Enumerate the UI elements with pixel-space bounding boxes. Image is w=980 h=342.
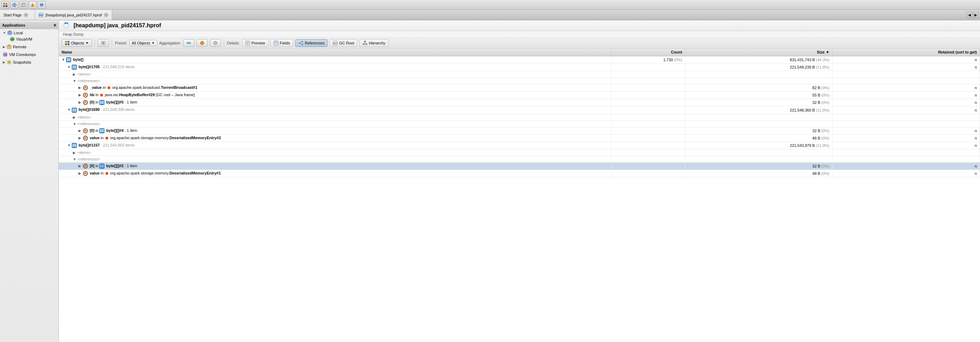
row-count bbox=[611, 149, 685, 156]
hierarchy-icon bbox=[363, 41, 368, 46]
svg-rect-27 bbox=[65, 43, 67, 45]
table-row[interactable]: ▶ <items> bbox=[59, 114, 980, 120]
table-row[interactable]: ▶ R value in org.apache.spark.storage.me… bbox=[59, 134, 980, 142]
table-row[interactable]: ▶ <items> bbox=[59, 149, 980, 156]
table-row[interactable]: ▶ R [0] in [] byte[][]#4 : 1 item 32 B (… bbox=[59, 127, 980, 134]
row-name: ▶ R _value in org.apache.spark.broadcast… bbox=[59, 84, 611, 92]
ref-icon: R bbox=[83, 171, 88, 176]
objects-button[interactable]: Objects ▼ bbox=[62, 39, 92, 47]
svg-rect-50 bbox=[363, 44, 364, 45]
toolbar-btn-1[interactable] bbox=[2, 1, 9, 9]
references-label: References bbox=[305, 41, 325, 45]
row-size: 48 B (0%) bbox=[685, 134, 832, 142]
row-name: ▶ R value in org.apache.spark.storage.me… bbox=[59, 169, 611, 177]
col-count-header[interactable]: Count bbox=[611, 49, 685, 56]
sidebar-section-vmcoredumps: CD VM Coredumps bbox=[0, 51, 59, 59]
sidebar-item-snapshots-label: Snapshots bbox=[13, 60, 31, 64]
snapshot-button[interactable] bbox=[98, 39, 109, 47]
aggregation-icon-2 bbox=[200, 41, 205, 46]
svg-point-30 bbox=[102, 42, 104, 44]
ref-icon: R bbox=[83, 164, 88, 169]
local-expand-arrow: ▼ bbox=[3, 31, 6, 35]
visualvm-icon: VM bbox=[10, 37, 15, 42]
table-row[interactable]: ▶ R hb in java.nio.HeapByteBuffer#29 [GC… bbox=[59, 92, 980, 99]
table-row[interactable]: ▼ <references> bbox=[59, 120, 980, 127]
table-row[interactable]: ▼ [] byte[]#1157 : 221,543,955 items 221… bbox=[59, 142, 980, 149]
table-row[interactable]: ▶ R _value in org.apache.spark.broadcast… bbox=[59, 84, 980, 92]
svg-text:VM: VM bbox=[11, 38, 14, 41]
row-count bbox=[611, 63, 685, 71]
aggregation-btn-1[interactable] bbox=[183, 39, 194, 47]
type-icon: [] bbox=[72, 108, 77, 112]
tab-heapdump[interactable]: HD [heapdump] java_pid24157.hprof × bbox=[35, 10, 112, 20]
row-retained: n bbox=[832, 84, 980, 92]
tab-nav-left[interactable]: ◀ bbox=[967, 12, 972, 18]
tab-heapdump-close[interactable]: × bbox=[104, 13, 108, 17]
objects-icon bbox=[65, 41, 70, 46]
table-row[interactable]: ▶ R [0] in [] byte[][]#5 : 1 item 32 B (… bbox=[59, 99, 980, 106]
toolbar-btn-2[interactable] bbox=[11, 1, 18, 9]
preset-select[interactable]: All Objects ▼ bbox=[129, 40, 157, 46]
fields-button[interactable]: Fields bbox=[270, 39, 293, 47]
svg-point-24 bbox=[8, 61, 10, 63]
svg-point-43 bbox=[302, 41, 303, 42]
tab-applications-close[interactable]: × bbox=[24, 13, 28, 17]
sidebar-item-snapshots[interactable]: ▶ Snapshots bbox=[0, 59, 59, 65]
tab-spacer bbox=[112, 10, 965, 20]
svg-rect-0 bbox=[3, 3, 5, 5]
preview-button[interactable]: Preview bbox=[242, 39, 268, 47]
objects-table: Name Count Size ▼ Retained (sort to get) bbox=[59, 49, 980, 177]
orange-dot bbox=[105, 172, 108, 175]
sidebar-item-local[interactable]: ▼ Local bbox=[0, 30, 59, 36]
row-count bbox=[611, 156, 685, 162]
row-size: 32 B (0%) bbox=[685, 99, 832, 106]
row-size bbox=[685, 78, 832, 84]
table-row[interactable]: ▶ <items> bbox=[59, 71, 980, 78]
row-size: 221,543,979 B (11.8%) bbox=[685, 142, 832, 149]
sidebar-item-remote[interactable]: ▶ Remote bbox=[0, 44, 59, 50]
col-name-header[interactable]: Name bbox=[59, 49, 611, 56]
toolbar-btn-3[interactable] bbox=[20, 1, 27, 9]
table-row[interactable]: ▶ R [0] in [] byte[][]#2 : 1 item 32 B (… bbox=[59, 162, 980, 169]
toolbar-btn-4[interactable] bbox=[29, 1, 37, 9]
table-row[interactable]: ▼ [] byte[]#1705 : 221,549,215 items 221… bbox=[59, 63, 980, 71]
table-row[interactable]: ▶ R value in org.apache.spark.storage.me… bbox=[59, 169, 980, 177]
hierarchy-button[interactable]: Hierarchy bbox=[360, 39, 388, 47]
table-header-row: Name Count Size ▼ Retained (sort to get) bbox=[59, 49, 980, 56]
row-name: ▼ <references> bbox=[59, 156, 611, 162]
sidebar-item-vmcoredumps[interactable]: CD VM Coredumps bbox=[0, 51, 59, 58]
type-icon: [] bbox=[99, 164, 104, 169]
aggregation-btn-3[interactable] bbox=[210, 39, 221, 47]
toolbar-btn-5[interactable]: i bbox=[38, 1, 46, 9]
aggregation-label: Aggregation: bbox=[159, 41, 181, 45]
snapshots-expand-arrow: ▶ bbox=[3, 60, 5, 64]
aggregation-btn-2[interactable] bbox=[196, 39, 208, 47]
row-size: 55 B (0%) bbox=[685, 92, 832, 99]
type-icon: [] bbox=[66, 57, 71, 62]
table-row[interactable]: ▼ [] byte[] 1,730 (0%) 831,431,743 B (44… bbox=[59, 56, 980, 63]
ref-icon: R bbox=[83, 128, 88, 133]
tab-bar: Start Page × HD [heapdump] java_pid24157… bbox=[0, 10, 980, 20]
sidebar-section-snapshots: ▶ Snapshots bbox=[0, 59, 59, 66]
aggregation-icon-3 bbox=[213, 41, 218, 46]
row-retained bbox=[832, 120, 980, 127]
tab-applications[interactable]: Start Page × bbox=[0, 10, 35, 20]
row-count bbox=[611, 92, 685, 99]
sidebar-title: Applications bbox=[2, 23, 25, 27]
sidebar-item-visualvm[interactable]: VM VisualVM bbox=[0, 36, 59, 42]
svg-point-44 bbox=[302, 44, 303, 45]
row-name: ▶ R hb in java.nio.HeapByteBuffer#29 [GC… bbox=[59, 92, 611, 99]
col-retained-header[interactable]: Retained (sort to get) bbox=[832, 49, 980, 56]
tab-nav-right[interactable]: ▶ bbox=[973, 12, 978, 18]
table-row[interactable]: ▼ <references> bbox=[59, 156, 980, 162]
table-row[interactable]: ▼ [] byte[]#1690 : 221,548,336 items 221… bbox=[59, 106, 980, 114]
gcroot-button[interactable]: GC GC Root bbox=[329, 39, 357, 47]
svg-line-46 bbox=[300, 43, 302, 44]
svg-rect-49 bbox=[364, 41, 366, 42]
references-button[interactable]: References bbox=[295, 39, 328, 47]
svg-rect-16 bbox=[9, 31, 11, 32]
table-row[interactable]: ▼ <references> bbox=[59, 78, 980, 84]
ref-icon: R bbox=[83, 86, 88, 90]
col-size-header[interactable]: Size ▼ bbox=[685, 49, 832, 56]
sidebar-close[interactable]: × bbox=[54, 22, 56, 28]
